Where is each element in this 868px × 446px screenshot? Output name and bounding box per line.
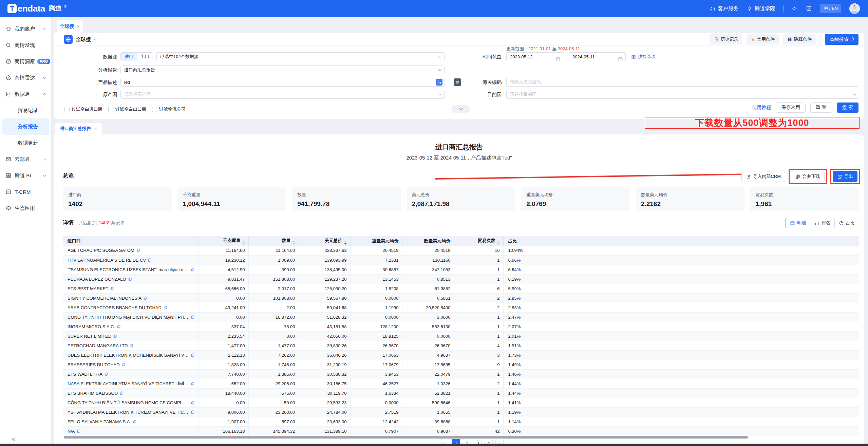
view-share-button[interactable]: 占比 <box>834 218 859 228</box>
cell-value: 6 <box>454 284 503 293</box>
copy-icon[interactable] <box>110 286 114 291</box>
copy-icon[interactable] <box>191 382 195 386</box>
sidebar-item-label: 商情发现 <box>15 42 35 49</box>
merge-download-button[interactable]: 合并下载 <box>791 171 825 182</box>
checkbox-box[interactable] <box>152 107 157 112</box>
cell-value: 553.6100 <box>402 322 454 331</box>
sidebar-item-insight[interactable]: 商情洞察PRO <box>0 53 51 70</box>
cell-value: 43,181.58 <box>299 322 350 331</box>
sidebar-item-account[interactable]: 我的账户 <box>0 21 51 37</box>
toggle-进口[interactable]: 进口 <box>121 53 137 61</box>
origin-country-select[interactable]: 请选择原产国 <box>120 90 445 99</box>
checkbox-过滤物流公司[interactable]: 过滤物流公司 <box>152 106 186 112</box>
announcement-icon[interactable] <box>792 5 798 12</box>
cell-value: 1 <box>454 322 503 331</box>
importer-name: ETS WADI LITRA <box>68 372 102 377</box>
sidebar-item-discovery[interactable]: 商情发现 <box>0 37 51 53</box>
tutorial-link[interactable]: 使用教程 <box>752 105 771 111</box>
cell-value: 9 <box>454 360 503 369</box>
academy-link[interactable]: 腾道学院 <box>747 5 775 12</box>
sidebar-item-data-update[interactable]: 数据更新 <box>0 135 51 151</box>
sidebar-item-radar[interactable]: 商情雷达 <box>0 70 51 86</box>
copy-icon[interactable] <box>128 277 132 281</box>
sidebar-item-bi[interactable]: 腾道 BI <box>0 167 51 184</box>
hide-icon <box>787 37 792 42</box>
sort-icon[interactable] <box>344 241 347 245</box>
view-rank-button[interactable]: 排名 <box>810 218 835 228</box>
cell-share: 2.47% <box>503 312 859 322</box>
copy-icon[interactable] <box>163 305 167 310</box>
copy-icon[interactable] <box>113 334 117 338</box>
copy-icon[interactable] <box>129 343 133 348</box>
sidebar-item-eco[interactable]: 生态应用 <box>0 200 51 216</box>
copy-icon[interactable] <box>121 363 126 367</box>
column-header-数量[interactable]: 数量 <box>248 236 299 246</box>
table-header-row: 进口商千克重量数量美元总价重量美元均价数量美元均价贸易次数占比 <box>63 236 859 246</box>
close-icon[interactable]: × <box>94 126 97 132</box>
copy-icon[interactable] <box>133 420 137 424</box>
copy-icon[interactable] <box>104 372 108 376</box>
close-icon[interactable]: × <box>77 23 80 29</box>
copy-icon[interactable] <box>136 248 140 253</box>
tab-global-search[interactable]: 全球搜 × <box>57 20 83 33</box>
column-header-贸易次数[interactable]: 贸易次数 <box>454 236 503 246</box>
copy-icon[interactable] <box>191 401 195 405</box>
copy-icon[interactable] <box>191 315 195 319</box>
translate-icon[interactable] <box>436 79 442 86</box>
copy-icon[interactable] <box>148 258 152 262</box>
dest-country-select[interactable]: 请选择目的国 <box>506 90 859 99</box>
toggle-出口[interactable]: 出口 <box>137 53 153 61</box>
checkbox-box[interactable] <box>108 107 113 112</box>
sidebar-item-analysis-report[interactable]: 分析报告 <box>2 118 49 135</box>
hs-code-input[interactable]: 请输入海关编码 <box>506 78 859 87</box>
copy-icon[interactable] <box>117 324 121 329</box>
advanced-button[interactable]: 高级搜索 <box>825 34 858 45</box>
report-type-select[interactable]: 进口商汇总报告 <box>120 66 445 74</box>
tab-importer-report[interactable]: 进口商汇总报告 × <box>55 123 102 134</box>
copy-icon[interactable] <box>191 267 195 272</box>
copy-icon[interactable] <box>143 296 147 300</box>
column-header-千克重量[interactable]: 千克重量 <box>198 236 248 246</box>
history-button[interactable]: 历史记录 <box>710 34 742 44</box>
favorite-button[interactable]: ★常用条件 <box>747 34 779 44</box>
quick-options-link[interactable]: 快捷选项 <box>631 52 656 61</box>
date-from-input[interactable]: 2023-05-12 <box>506 52 563 61</box>
sort-icon[interactable] <box>293 241 295 245</box>
column-header-美元总价[interactable]: 美元总价 <box>299 236 350 246</box>
save-favorite-button[interactable]: 保存常用 <box>776 103 806 113</box>
copy-icon[interactable] <box>119 391 124 395</box>
hide-button[interactable]: 隐藏条件 <box>783 34 816 44</box>
cell-value: 3.9453 <box>350 369 402 379</box>
copy-icon[interactable] <box>191 353 195 357</box>
data-source-select[interactable]: 已选中104个数据源 <box>156 52 445 61</box>
copy-icon[interactable] <box>191 410 195 414</box>
fullscreen-icon[interactable] <box>806 5 812 12</box>
sidebar-item-trade-records[interactable]: 贸易记录 <box>0 102 51 118</box>
date-to-input[interactable]: 2024-05-11 <box>569 52 626 61</box>
sidebar-item-mailhub[interactable]: 云邮通 <box>0 151 51 167</box>
checkbox-过滤空白出口商[interactable]: 过滤空白出口商 <box>108 106 146 112</box>
reset-button[interactable]: 重 置 <box>810 103 832 113</box>
scope-selector[interactable]: 全球搜 <box>64 35 96 44</box>
export-button[interactable]: 导出 <box>833 171 857 182</box>
product-desc-input[interactable]: led <box>120 78 445 87</box>
search-button[interactable]: 搜 索 <box>837 103 858 113</box>
sidebar-item-tcrm[interactable]: T-CRM <box>0 184 51 200</box>
horizontal-scrollbar[interactable] <box>64 436 748 439</box>
checkbox-box[interactable] <box>64 107 70 112</box>
avatar[interactable] <box>849 3 860 14</box>
sidebar-collapse-button[interactable]: « <box>12 435 15 443</box>
merge-icon <box>795 174 800 179</box>
collapse-form-button[interactable] <box>451 105 470 113</box>
customer-service-link[interactable]: 客户服务 <box>710 5 738 12</box>
sort-icon[interactable] <box>242 241 245 245</box>
importer-name: SIGNIFY COMMERCIAL INDONESIA <box>68 296 141 301</box>
sidebar-item-datahub[interactable]: 数据通 <box>0 86 51 102</box>
checkbox-过滤空白进口商[interactable]: 过滤空白进口商 <box>64 106 102 112</box>
import-crm-button[interactable]: 导入内部CRM <box>741 171 785 182</box>
view-detail-button[interactable]: 明细 <box>786 218 810 228</box>
copy-icon[interactable] <box>77 429 81 433</box>
sort-icon[interactable] <box>497 241 500 245</box>
cell-value: 17.0679 <box>350 360 402 369</box>
language-toggle[interactable]: 中 / EN <box>820 4 841 13</box>
